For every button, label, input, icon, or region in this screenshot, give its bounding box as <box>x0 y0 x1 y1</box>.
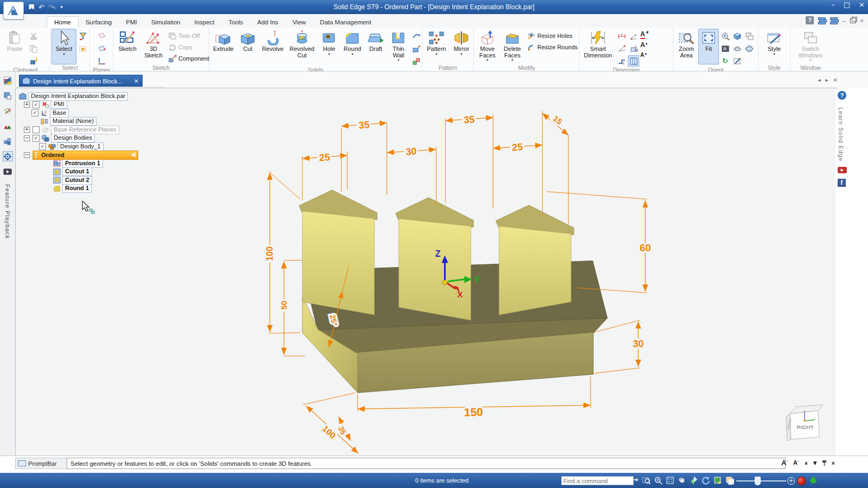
add-body-icon[interactable] <box>410 55 422 67</box>
tree-item-design-bodies[interactable]: Design Bodies <box>51 134 95 142</box>
cut-clipboard-icon[interactable] <box>28 30 39 42</box>
helix-icon[interactable] <box>410 30 422 42</box>
tab-simulation[interactable]: Simulation <box>144 17 188 28</box>
maximize-button[interactable]: □ <box>844 1 850 9</box>
round-dropdown-caret[interactable]: ▾ <box>351 53 353 56</box>
copy-sketch-button[interactable]: Copy <box>168 42 209 52</box>
dim-width-35-left[interactable]: 35 <box>358 119 370 131</box>
zoom-icon[interactable] <box>719 30 731 42</box>
extrude-button[interactable]: Extrude <box>210 29 236 64</box>
dim-height-100-left[interactable]: 100 <box>265 246 274 261</box>
move-faces-button[interactable]: Move Faces ▾ <box>475 29 500 64</box>
coordinate-system-icon[interactable] <box>96 55 107 67</box>
gauge-icon[interactable] <box>3 121 12 131</box>
mirror-dropdown-caret[interactable]: ▾ <box>460 53 462 56</box>
status-view-window-icon[interactable] <box>713 476 722 485</box>
thin-wall-dropdown-caret[interactable]: ▾ <box>397 58 400 62</box>
collapse-design-bodies[interactable]: − <box>24 135 30 141</box>
color-manager-icon[interactable] <box>3 76 12 85</box>
feature-playback-label[interactable]: Feature Playback <box>4 184 11 239</box>
coincident-plane-icon[interactable] <box>96 30 107 42</box>
delete-faces-dropdown-caret[interactable]: ▾ <box>511 58 513 62</box>
angle-coordinate-icon[interactable]: x <box>628 30 639 42</box>
collapse-ordered[interactable]: − <box>24 152 30 158</box>
tab-scroll-left-icon[interactable]: ◂ <box>818 77 821 83</box>
learn-help-icon[interactable]: ? <box>838 91 846 100</box>
expander-pmi[interactable]: + <box>24 102 30 108</box>
view-orientation-cube-icon[interactable] <box>731 30 743 42</box>
dim-height-60[interactable]: 60 <box>640 242 651 253</box>
thin-wall-button[interactable]: Thin Wall ▾ <box>387 29 410 64</box>
tree-item-base[interactable]: Base <box>50 109 69 118</box>
view-overrides-icon[interactable] <box>731 55 743 67</box>
pin-prompt-icon[interactable] <box>822 460 827 466</box>
find-command-input[interactable] <box>561 476 634 485</box>
model-block[interactable] <box>299 190 608 393</box>
close-prompt-icon[interactable]: × <box>832 460 835 466</box>
revolved-cut-button[interactable]: Revolved Cut <box>286 29 318 64</box>
tree-item-protrusion-1[interactable]: Protrusion 1 <box>62 159 103 168</box>
zoom-slider-thumb[interactable] <box>755 477 761 485</box>
learn-solid-edge-label[interactable]: Learn Solid Edge <box>838 107 844 161</box>
doc-close-icon[interactable]: × <box>860 17 864 24</box>
expand-prompt-icon[interactable]: ▼ <box>813 460 817 466</box>
tab-inspect[interactable]: Inspect <box>187 17 221 28</box>
component-button[interactable]: Component <box>168 53 209 63</box>
symmetric-diameter-icon[interactable]: ø <box>628 43 639 54</box>
move-faces-dropdown-caret[interactable]: ▾ <box>486 58 488 62</box>
tab-tools[interactable]: Tools <box>222 17 250 28</box>
checkbox-base-reference-planes[interactable] <box>33 126 40 133</box>
common-views-icon[interactable] <box>743 43 755 54</box>
doc-restore-icon[interactable] <box>850 18 856 23</box>
thicken-icon[interactable] <box>410 43 422 54</box>
coordinate-dimension-icon[interactable]: x <box>616 55 627 67</box>
save-icon[interactable]: 🖪 <box>28 3 35 11</box>
dim-35-bottom[interactable]: 35 <box>337 425 348 436</box>
3d-model-canvas[interactable]: 25 35 30 35 25 15 60 30 150 100 35 100 5… <box>16 88 838 456</box>
facebook-icon[interactable]: f <box>838 179 846 187</box>
cut-button[interactable]: Cut <box>236 29 259 64</box>
record-icon[interactable] <box>797 477 806 485</box>
sketch-button[interactable]: Sketch <box>114 29 140 64</box>
switch-windows-button[interactable]: Switch Windows ▾ <box>794 29 827 64</box>
ribbon-layout-alt-icon[interactable] <box>830 17 838 23</box>
dim-height-30[interactable]: 30 <box>633 339 644 349</box>
status-fit-icon[interactable] <box>666 476 674 485</box>
dimension-style-grid-icon[interactable] <box>628 55 639 67</box>
status-rotate-icon[interactable] <box>690 476 698 485</box>
paste-button[interactable]: Paste <box>2 29 27 64</box>
pathfinder-root[interactable]: Design Intent Explanation Block.par <box>28 92 128 101</box>
hole-button[interactable]: Hole ▾ <box>318 29 340 64</box>
app-logo[interactable] <box>3 2 24 19</box>
tree-item-cutout-2[interactable]: Cutout 2 <box>62 176 92 185</box>
status-zoom-area-icon[interactable] <box>642 476 651 485</box>
dim-depth-100-bottom[interactable]: 100 <box>320 424 337 440</box>
style-dropdown-caret[interactable]: ▾ <box>773 53 775 56</box>
sketch-view-icon[interactable] <box>719 43 731 54</box>
checkbox-design-bodies[interactable]: ✓ <box>33 135 40 142</box>
tree-item-cutout-1[interactable]: Cutout 1 <box>62 167 92 176</box>
3d-sketch-button[interactable]: 3D Sketch <box>140 29 166 64</box>
tab-home[interactable]: Home <box>47 16 79 28</box>
select-dropdown-caret[interactable]: ▾ <box>63 53 65 56</box>
tab-list-close-icon[interactable]: × <box>833 77 838 83</box>
decrease-prompt-text-icon[interactable]: Aˇ <box>793 459 799 466</box>
feature-settings-gear-icon[interactable] <box>3 152 12 161</box>
plane-normal-icon[interactable] <box>96 43 107 54</box>
draft-button[interactable]: Draft <box>364 29 387 64</box>
ribbon-layout-icon[interactable] <box>818 17 826 23</box>
text-style-icon[interactable]: A4 <box>640 30 648 41</box>
view-cube-front-label[interactable]: RIGHT <box>797 424 814 430</box>
checkbox-design-body-1[interactable]: ✓ <box>39 143 46 150</box>
dim-length-150[interactable]: 150 <box>464 406 483 419</box>
3d-viewport[interactable]: 25 35 30 35 25 15 60 30 150 100 35 100 5… <box>15 88 838 456</box>
zoom-area-button[interactable]: Zoom Area <box>674 29 698 64</box>
tree-item-round-1[interactable]: Round 1 <box>62 184 92 193</box>
tab-surfacing[interactable]: Surfacing <box>79 17 119 28</box>
tab-scroll-right-icon[interactable]: ▸ <box>826 77 828 83</box>
collapse-prompt-icon[interactable]: ∧ <box>804 460 808 466</box>
tab-pmi[interactable]: PMI <box>119 17 144 28</box>
upload-icon[interactable] <box>809 476 817 482</box>
select-box-icon[interactable] <box>77 43 88 54</box>
layers-icon[interactable] <box>3 91 12 100</box>
